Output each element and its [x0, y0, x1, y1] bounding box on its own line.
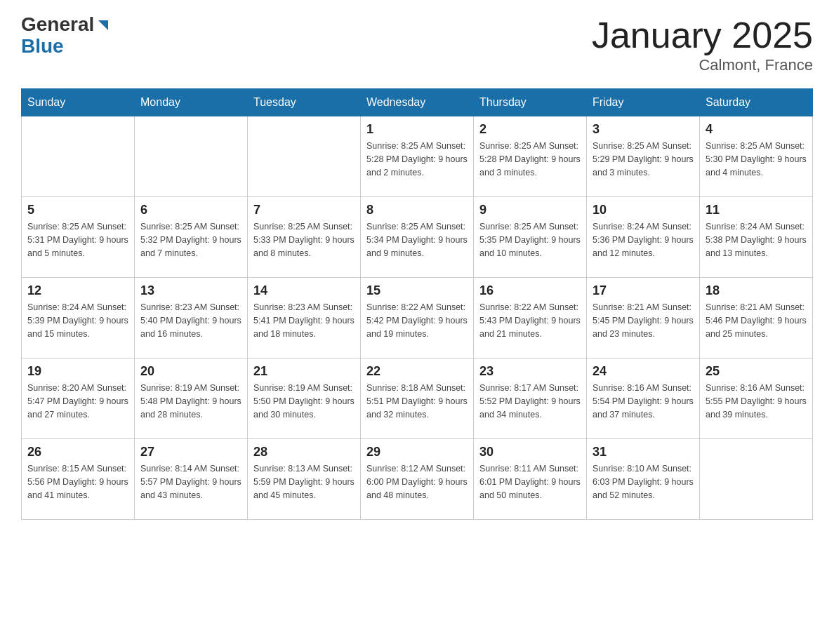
calendar-cell: 22Sunrise: 8:18 AM Sunset: 5:51 PM Dayli… — [361, 358, 474, 439]
calendar-row: 5Sunrise: 8:25 AM Sunset: 5:31 PM Daylig… — [22, 197, 813, 278]
calendar-row: 1Sunrise: 8:25 AM Sunset: 5:28 PM Daylig… — [22, 116, 813, 197]
cell-sun-info: Sunrise: 8:25 AM Sunset: 5:32 PM Dayligh… — [140, 220, 241, 260]
cell-day-number: 13 — [140, 283, 241, 298]
cell-sun-info: Sunrise: 8:23 AM Sunset: 5:40 PM Dayligh… — [140, 301, 241, 340]
cell-day-number: 22 — [366, 364, 468, 379]
cell-day-number: 3 — [593, 122, 694, 137]
cell-day-number: 9 — [479, 203, 581, 217]
cell-sun-info: Sunrise: 8:18 AM Sunset: 5:51 PM Dayligh… — [366, 382, 468, 421]
cell-day-number: 1 — [366, 122, 468, 137]
cell-sun-info: Sunrise: 8:21 AM Sunset: 5:46 PM Dayligh… — [706, 301, 807, 340]
header-cell-monday: Monday — [135, 89, 248, 116]
calendar-subtitle: Calmont, France — [592, 56, 813, 74]
header-cell-saturday: Saturday — [700, 89, 813, 116]
cell-day-number: 29 — [366, 445, 468, 459]
cell-sun-info: Sunrise: 8:22 AM Sunset: 5:43 PM Dayligh… — [479, 301, 581, 340]
cell-day-number: 12 — [27, 283, 128, 298]
cell-day-number: 26 — [27, 445, 128, 459]
calendar-cell: 5Sunrise: 8:25 AM Sunset: 5:31 PM Daylig… — [22, 197, 135, 278]
cell-day-number: 4 — [706, 122, 807, 137]
calendar-cell: 25Sunrise: 8:16 AM Sunset: 5:55 PM Dayli… — [700, 358, 813, 439]
calendar-cell: 24Sunrise: 8:16 AM Sunset: 5:54 PM Dayli… — [587, 358, 700, 439]
cell-sun-info: Sunrise: 8:15 AM Sunset: 5:56 PM Dayligh… — [27, 462, 128, 502]
cell-day-number: 7 — [253, 203, 355, 217]
calendar-cell: 10Sunrise: 8:24 AM Sunset: 5:36 PM Dayli… — [587, 197, 700, 278]
calendar-cell: 23Sunrise: 8:17 AM Sunset: 5:52 PM Dayli… — [474, 358, 587, 439]
cell-sun-info: Sunrise: 8:24 AM Sunset: 5:39 PM Dayligh… — [27, 301, 128, 340]
cell-sun-info: Sunrise: 8:22 AM Sunset: 5:42 PM Dayligh… — [366, 301, 468, 340]
cell-day-number: 20 — [140, 364, 241, 379]
cell-day-number: 15 — [366, 283, 468, 298]
cell-day-number: 16 — [479, 283, 581, 298]
calendar-table: SundayMondayTuesdayWednesdayThursdayFrid… — [21, 88, 813, 520]
calendar-cell: 2Sunrise: 8:25 AM Sunset: 5:28 PM Daylig… — [474, 116, 587, 197]
cell-sun-info: Sunrise: 8:25 AM Sunset: 5:35 PM Dayligh… — [479, 220, 581, 260]
cell-sun-info: Sunrise: 8:11 AM Sunset: 6:01 PM Dayligh… — [479, 462, 581, 502]
calendar-cell: 3Sunrise: 8:25 AM Sunset: 5:29 PM Daylig… — [587, 116, 700, 197]
calendar-cell: 17Sunrise: 8:21 AM Sunset: 5:45 PM Dayli… — [587, 278, 700, 358]
cell-day-number: 2 — [479, 122, 581, 137]
cell-day-number: 25 — [706, 364, 807, 379]
cell-sun-info: Sunrise: 8:25 AM Sunset: 5:28 PM Dayligh… — [479, 140, 581, 179]
calendar-header: SundayMondayTuesdayWednesdayThursdayFrid… — [22, 89, 813, 116]
cell-sun-info: Sunrise: 8:14 AM Sunset: 5:57 PM Dayligh… — [140, 462, 241, 502]
cell-sun-info: Sunrise: 8:17 AM Sunset: 5:52 PM Dayligh… — [479, 382, 581, 421]
calendar-cell: 12Sunrise: 8:24 AM Sunset: 5:39 PM Dayli… — [22, 278, 135, 358]
header-cell-friday: Friday — [587, 89, 700, 116]
header-cell-tuesday: Tuesday — [248, 89, 361, 116]
title-area: January 2025 Calmont, France — [592, 14, 813, 74]
header-cell-sunday: Sunday — [22, 89, 135, 116]
cell-day-number: 21 — [253, 364, 355, 379]
cell-sun-info: Sunrise: 8:25 AM Sunset: 5:34 PM Dayligh… — [366, 220, 468, 260]
cell-sun-info: Sunrise: 8:21 AM Sunset: 5:45 PM Dayligh… — [593, 301, 694, 340]
calendar-cell: 15Sunrise: 8:22 AM Sunset: 5:42 PM Dayli… — [361, 278, 474, 358]
cell-day-number: 5 — [27, 203, 128, 217]
cell-sun-info: Sunrise: 8:24 AM Sunset: 5:36 PM Dayligh… — [593, 220, 694, 260]
cell-sun-info: Sunrise: 8:19 AM Sunset: 5:48 PM Dayligh… — [140, 382, 241, 421]
calendar-cell: 9Sunrise: 8:25 AM Sunset: 5:35 PM Daylig… — [474, 197, 587, 278]
cell-sun-info: Sunrise: 8:23 AM Sunset: 5:41 PM Dayligh… — [253, 301, 355, 340]
cell-day-number: 23 — [479, 364, 581, 379]
logo-general-text: General — [21, 14, 94, 36]
cell-sun-info: Sunrise: 8:16 AM Sunset: 5:55 PM Dayligh… — [706, 382, 807, 421]
calendar-cell: 30Sunrise: 8:11 AM Sunset: 6:01 PM Dayli… — [474, 439, 587, 520]
calendar-cell: 4Sunrise: 8:25 AM Sunset: 5:30 PM Daylig… — [700, 116, 813, 197]
cell-sun-info: Sunrise: 8:25 AM Sunset: 5:33 PM Dayligh… — [253, 220, 355, 260]
cell-sun-info: Sunrise: 8:13 AM Sunset: 5:59 PM Dayligh… — [253, 462, 355, 502]
calendar-cell: 7Sunrise: 8:25 AM Sunset: 5:33 PM Daylig… — [248, 197, 361, 278]
calendar-cell: 13Sunrise: 8:23 AM Sunset: 5:40 PM Dayli… — [135, 278, 248, 358]
calendar-cell — [135, 116, 248, 197]
cell-sun-info: Sunrise: 8:25 AM Sunset: 5:28 PM Dayligh… — [366, 140, 468, 179]
cell-sun-info: Sunrise: 8:25 AM Sunset: 5:30 PM Dayligh… — [706, 140, 807, 179]
calendar-cell: 16Sunrise: 8:22 AM Sunset: 5:43 PM Dayli… — [474, 278, 587, 358]
calendar-cell: 14Sunrise: 8:23 AM Sunset: 5:41 PM Dayli… — [248, 278, 361, 358]
calendar-cell: 1Sunrise: 8:25 AM Sunset: 5:28 PM Daylig… — [361, 116, 474, 197]
cell-sun-info: Sunrise: 8:25 AM Sunset: 5:31 PM Dayligh… — [27, 220, 128, 260]
calendar-cell: 28Sunrise: 8:13 AM Sunset: 5:59 PM Dayli… — [248, 439, 361, 520]
calendar-cell: 8Sunrise: 8:25 AM Sunset: 5:34 PM Daylig… — [361, 197, 474, 278]
cell-day-number: 24 — [593, 364, 694, 379]
cell-day-number: 10 — [593, 203, 694, 217]
cell-sun-info: Sunrise: 8:12 AM Sunset: 6:00 PM Dayligh… — [366, 462, 468, 502]
cell-day-number: 8 — [366, 203, 468, 217]
calendar-cell: 19Sunrise: 8:20 AM Sunset: 5:47 PM Dayli… — [22, 358, 135, 439]
cell-day-number: 31 — [593, 445, 694, 459]
calendar-title: January 2025 — [592, 14, 813, 56]
calendar-cell: 21Sunrise: 8:19 AM Sunset: 5:50 PM Dayli… — [248, 358, 361, 439]
cell-sun-info: Sunrise: 8:19 AM Sunset: 5:50 PM Dayligh… — [253, 382, 355, 421]
cell-day-number: 14 — [253, 283, 355, 298]
cell-day-number: 17 — [593, 283, 694, 298]
cell-day-number: 30 — [479, 445, 581, 459]
header-row: SundayMondayTuesdayWednesdayThursdayFrid… — [22, 89, 813, 116]
calendar-cell — [700, 439, 813, 520]
calendar-row: 12Sunrise: 8:24 AM Sunset: 5:39 PM Dayli… — [22, 278, 813, 358]
cell-day-number: 27 — [140, 445, 241, 459]
cell-sun-info: Sunrise: 8:16 AM Sunset: 5:54 PM Dayligh… — [593, 382, 694, 421]
cell-sun-info: Sunrise: 8:20 AM Sunset: 5:47 PM Dayligh… — [27, 382, 128, 421]
calendar-cell: 18Sunrise: 8:21 AM Sunset: 5:46 PM Dayli… — [700, 278, 813, 358]
logo: General Blue — [21, 14, 111, 58]
svg-marker-0 — [98, 20, 108, 30]
calendar-row: 26Sunrise: 8:15 AM Sunset: 5:56 PM Dayli… — [22, 439, 813, 520]
calendar-cell — [248, 116, 361, 197]
calendar-cell: 27Sunrise: 8:14 AM Sunset: 5:57 PM Dayli… — [135, 439, 248, 520]
